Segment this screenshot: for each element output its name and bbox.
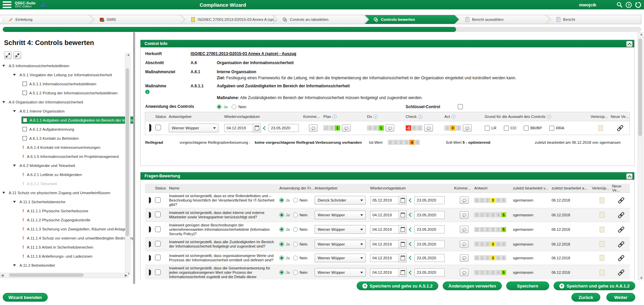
- check-scale[interactable]: -101: [406, 125, 422, 131]
- scale-value[interactable]: 1: [480, 270, 485, 275]
- antwortgeber-select[interactable]: Werner Wüpper: [315, 211, 366, 219]
- verknuepfung-document-icon[interactable]: [600, 255, 604, 261]
- grund-checkbox[interactable]: [485, 126, 490, 131]
- next-button[interactable]: Weiter: [606, 293, 635, 302]
- scale-value[interactable]: 2: [485, 242, 490, 247]
- tree-item[interactable]: ! A.11.1.5 Arbeit in Sicherheitsbereiche…: [0, 243, 133, 252]
- antwort-scale[interactable]: 012345: [474, 270, 506, 275]
- antwort-scale[interactable]: 012345: [474, 242, 506, 247]
- grund-option[interactable]: BR/BP: [524, 126, 542, 131]
- scale-value[interactable]: 3: [490, 242, 495, 247]
- grund-option[interactable]: LR: [485, 126, 496, 131]
- scale-value[interactable]: 4: [496, 227, 501, 232]
- row-status-checkbox[interactable]: [155, 241, 161, 247]
- tree-expander-icon[interactable]: [2, 101, 5, 103]
- scale-value[interactable]: 1: [378, 125, 384, 131]
- calendar-icon[interactable]: [253, 124, 261, 132]
- row-expander-icon[interactable]: [149, 255, 151, 261]
- scale-value[interactable]: 1: [417, 125, 422, 131]
- grund-info-icon[interactable]: i: [547, 115, 551, 119]
- scale-value[interactable]: 0: [411, 125, 417, 131]
- neue-version-link-icon[interactable]: [618, 269, 624, 275]
- wizard-step[interactable]: ISMS: [90, 15, 185, 24]
- anwendung-ja-radio[interactable]: [279, 256, 284, 260]
- tree-item[interactable]: ! A.6.2 Mobilgeräte und Telearbeit: [0, 161, 133, 170]
- scale-value[interactable]: 1: [480, 198, 485, 203]
- wizard-step[interactable]: ISO/IEC 27001:2013-D2015-03 Annex A (spi…: [181, 15, 277, 24]
- verknuepfung-document-icon[interactable]: [600, 198, 604, 203]
- ziel-date-input[interactable]: 23.05.2020: [414, 196, 445, 204]
- schluessel-checkbox[interactable]: [458, 104, 463, 109]
- grund-checkbox[interactable]: [524, 126, 529, 131]
- anwendung-nein-radio[interactable]: [293, 256, 298, 260]
- check-info-icon[interactable]: i: [418, 115, 422, 119]
- verknuepfung-document-icon[interactable]: [600, 270, 604, 275]
- neue-version-link-icon[interactable]: [618, 241, 624, 247]
- plan-comment-icon[interactable]: [342, 124, 351, 132]
- anwendung-nein-radio[interactable]: [293, 213, 298, 217]
- comment-icon[interactable]: [460, 211, 469, 219]
- tree-item[interactable]: ! A.6.2.2 Telearbeit: [0, 179, 133, 188]
- tree-item[interactable]: ! A.11.1.4 Schutz vor externen und umwel…: [0, 233, 133, 243]
- scale-value[interactable]: 2: [485, 255, 490, 260]
- scale-value[interactable]: 5: [415, 140, 420, 145]
- wizard-step[interactable]: Bericht auswählen: [455, 15, 550, 24]
- scale-value[interactable]: 1: [456, 125, 461, 131]
- act-scale[interactable]: -101: [444, 125, 461, 131]
- tree-item[interactable]: ! A.6 Organisation der Informationssiche…: [0, 97, 133, 106]
- do-comment-icon[interactable]: [386, 124, 394, 132]
- scale-value[interactable]: 1: [480, 255, 485, 260]
- scroll-down-icon[interactable]: ▼: [639, 276, 644, 280]
- tree-item[interactable]: ! A.5.1 Vorgaben der Leitung zur Informa…: [0, 70, 133, 79]
- date-back-icon[interactable]: [409, 213, 413, 217]
- row-status-checkbox[interactable]: [155, 125, 161, 130]
- scale-value[interactable]: 5: [501, 227, 506, 232]
- scale-value[interactable]: 0: [474, 270, 479, 275]
- verknuepfung-document-icon[interactable]: [600, 212, 604, 218]
- scale-value[interactable]: -1: [406, 125, 411, 131]
- tree-item[interactable]: ! A.11.2 Betriebsmittel: [0, 261, 133, 270]
- wiedervorlage-date-input[interactable]: 04.12.2019: [370, 211, 399, 219]
- collapse-section-button[interactable]: [626, 173, 633, 179]
- anwendung-ja-radio[interactable]: [279, 227, 284, 232]
- grund-checkbox[interactable]: [549, 126, 554, 131]
- scale-value[interactable]: 3: [490, 270, 495, 275]
- tree-checkbox[interactable]: [23, 127, 27, 131]
- scale-value[interactable]: 3: [490, 198, 495, 203]
- calendar-icon[interactable]: [399, 211, 407, 219]
- back-button[interactable]: Zurück: [571, 293, 600, 302]
- comment-icon[interactable]: [460, 254, 469, 262]
- panel-divider[interactable]: [133, 32, 135, 284]
- anwendung-ja-radio[interactable]: [279, 242, 284, 247]
- antwort-scale[interactable]: 012345: [474, 255, 506, 260]
- row-expander-icon[interactable]: [149, 241, 151, 248]
- tree-item[interactable]: ! A.6.1 Interne Organisation: [0, 106, 133, 116]
- scale-value[interactable]: 4: [496, 255, 501, 260]
- scale-value[interactable]: 2: [485, 198, 490, 203]
- do-info-icon[interactable]: i: [373, 115, 378, 119]
- plan-scale[interactable]: -101: [323, 125, 340, 131]
- scale-value[interactable]: 1: [480, 242, 485, 247]
- scale-value[interactable]: 5: [501, 242, 506, 247]
- scale-value[interactable]: 5: [501, 212, 506, 217]
- date-back-icon[interactable]: [409, 198, 413, 203]
- scale-value[interactable]: 0: [474, 242, 479, 247]
- scale-value[interactable]: 0: [329, 125, 334, 131]
- act-comment-icon[interactable]: [463, 124, 472, 132]
- tree-item[interactable]: ! A.6.1.5 Informationssicherheit im Proj…: [0, 152, 133, 161]
- scale-value[interactable]: 3: [490, 227, 495, 232]
- wiedervorlage-date-input[interactable]: 05.12.2019: [370, 196, 399, 204]
- anwendung-ja-radio[interactable]: [279, 198, 284, 203]
- tree-expander-icon[interactable]: [13, 201, 16, 203]
- scale-value[interactable]: 3: [490, 255, 495, 260]
- ziel-date-input[interactable]: 23.05.2020: [414, 225, 445, 233]
- tree-item[interactable]: ! A.5 Informationssicherheitsleitlinien: [0, 61, 133, 70]
- ziel-date-input[interactable]: 23.05.2020: [414, 254, 445, 262]
- tree-item[interactable]: ! A.11.1.3 Sicherung von Zweigstellen, R…: [0, 224, 133, 233]
- wizard-step[interactable]: Controls bewerten: [364, 15, 459, 24]
- tree-vertical-scrollbar[interactable]: ▲ ▼: [125, 53, 130, 275]
- check-comment-icon[interactable]: [424, 124, 433, 132]
- scroll-up-icon[interactable]: ▲: [639, 33, 644, 36]
- anwendung-nein-radio[interactable]: [293, 198, 298, 203]
- scale-value[interactable]: 3: [490, 212, 495, 217]
